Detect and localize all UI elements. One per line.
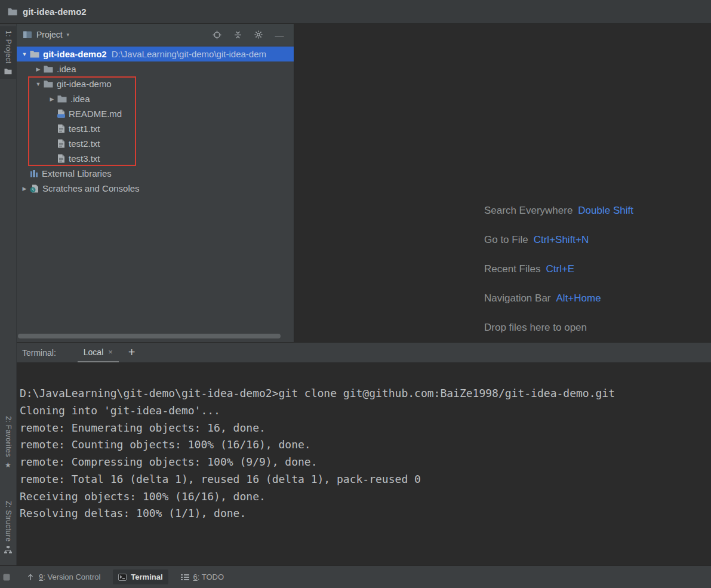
project-tool-window: Project ▾ — ▼ git-idea-demo2 D:\JavaLear…	[17, 24, 294, 342]
horizontal-scrollbar[interactable]	[18, 334, 281, 338]
tree-item-nested-idea-folder[interactable]: ▶ .idea	[17, 91, 294, 106]
shortcut-search-everywhere: Search Everywhere Double Shift	[484, 196, 633, 225]
project-panel-title[interactable]: Project	[36, 30, 63, 39]
status-bar: 9: Version Control Terminal 6: TODO	[0, 565, 711, 588]
chevron-right-icon[interactable]: ▶	[19, 186, 30, 192]
terminal-prompt-line: D:\JavaLearning\git-demo\git-idea-demo2>	[20, 540, 711, 557]
tree-item-project-root[interactable]: ▼ git-idea-demo2 D:\JavaLearning\git-dem…	[17, 47, 294, 61]
todo-button[interactable]: 6: TODO	[176, 569, 230, 584]
settings-gear-icon[interactable]	[250, 26, 267, 43]
chevron-right-icon[interactable]: ▶	[47, 96, 57, 102]
star-icon: ★	[5, 461, 11, 469]
text-file-icon	[57, 124, 65, 133]
structure-icon	[4, 546, 12, 553]
tree-item-label: test2.txt	[69, 138, 100, 149]
chevron-down-icon[interactable]: ▼	[33, 81, 44, 87]
shortcut-keys: Ctrl+E	[546, 263, 574, 275]
shortcut-label: Go to File	[484, 234, 528, 246]
version-control-icon	[26, 573, 35, 581]
terminal-output-line: remote: Compressing objects: 100% (9/9),…	[20, 454, 711, 471]
shortcut-recent-files: Recent Files Ctrl+E	[484, 254, 633, 284]
tree-item-label: git-idea-demo2	[43, 49, 107, 59]
stripe-button-favorites[interactable]: 2: Favorites ★	[0, 412, 16, 473]
terminal-console[interactable]: D:\JavaLearning\git-demo\git-idea-demo2>…	[17, 362, 711, 565]
stripe-favorites-label: 2: Favorites	[4, 416, 13, 457]
tree-item-label: .idea	[57, 64, 76, 74]
terminal-icon	[118, 574, 127, 581]
stripe-button-project[interactable]: 1: Project	[0, 26, 16, 79]
project-tree: ▼ git-idea-demo2 D:\JavaLearning\git-dem…	[17, 45, 294, 196]
terminal-output-line: remote: Counting objects: 100% (16/16), …	[20, 436, 711, 454]
shortcut-label: Navigation Bar	[484, 293, 551, 304]
tree-item-label: .idea	[70, 94, 90, 104]
terminal-panel-label: Terminal:	[22, 348, 56, 358]
tree-item-git-idea-demo[interactable]: ▼ git-idea-demo	[17, 76, 294, 91]
shortcut-label: Recent Files	[484, 263, 540, 275]
terminal-tab-bar: Terminal: Local × +	[17, 342, 711, 362]
locate-file-icon[interactable]	[208, 26, 225, 43]
shortcut-label: Drop files here to open	[484, 322, 587, 334]
window-title: git-idea-demo2	[23, 7, 87, 17]
terminal-output-line: Receiving objects: 100% (16/16), done.	[20, 488, 711, 506]
close-tab-icon[interactable]: ×	[108, 347, 113, 356]
project-tool-icon	[4, 68, 12, 75]
stripe-structure-label: Z: Structure	[4, 501, 13, 542]
terminal-output-line: Resolving deltas: 100% (1/1), done.	[20, 505, 711, 522]
terminal-output-line: remote: Enumerating objects: 16, done.	[20, 420, 711, 437]
collapse-all-icon[interactable]	[229, 26, 246, 43]
tree-item-test3[interactable]: test3.txt	[17, 151, 294, 166]
tree-item-label: External Libraries	[42, 168, 112, 178]
terminal-button-label: Terminal	[131, 572, 162, 581]
folder-icon	[44, 65, 53, 73]
markdown-file-icon	[57, 109, 65, 118]
shortcut-keys: Ctrl+Shift+N	[534, 234, 589, 246]
tree-item-label: README.md	[69, 109, 122, 119]
tool-window-stripe-left: 1: Project 2: Favorites ★ Z: Structure	[0, 24, 17, 565]
text-file-icon	[57, 139, 65, 148]
tree-item-label: test1.txt	[69, 124, 100, 134]
todo-list-icon	[181, 574, 189, 581]
hide-panel-icon[interactable]: —	[271, 26, 288, 43]
tree-item-external-libraries[interactable]: External Libraries	[17, 166, 294, 181]
tree-item-readme[interactable]: README.md	[17, 106, 294, 121]
shortcut-drop-files: Drop files here to open	[484, 313, 633, 342]
shortcut-keys: Alt+Home	[556, 293, 601, 304]
shortcut-label: Search Everywhere	[484, 205, 573, 217]
stripe-button-structure[interactable]: Z: Structure	[0, 497, 16, 558]
external-libraries-icon	[30, 170, 38, 178]
terminal-button[interactable]: Terminal	[113, 569, 168, 584]
tool-window-switcher-icon[interactable]	[3, 574, 10, 581]
tree-item-label: test3.txt	[69, 153, 100, 164]
editor-shortcuts-overlay: Search Everywhere Double Shift Go to Fil…	[484, 196, 633, 342]
project-view-icon	[23, 30, 32, 39]
version-control-button[interactable]: 9: Version Control	[21, 569, 106, 584]
tree-item-label: Scratches and Consoles	[42, 183, 140, 193]
folder-icon	[57, 95, 67, 103]
folder-icon	[30, 50, 39, 58]
terminal-tab-title: Local	[84, 347, 103, 357]
tree-item-test2[interactable]: test2.txt	[17, 136, 294, 151]
terminal-output-line: D:\JavaLearning\git-demo\git-idea-demo2>…	[20, 385, 711, 402]
terminal-blank-line	[20, 522, 711, 540]
tree-item-label: git-idea-demo	[57, 79, 112, 89]
tree-item-idea-folder[interactable]: ▶ .idea	[17, 61, 294, 76]
terminal-output-line: Cloning into 'git-idea-demo'...	[20, 402, 711, 420]
shortcut-go-to-file: Go to File Ctrl+Shift+N	[484, 225, 633, 254]
project-panel-header: Project ▾ —	[17, 24, 294, 45]
chevron-down-icon[interactable]: ▼	[19, 51, 30, 57]
shortcut-navigation-bar: Navigation Bar Alt+Home	[484, 284, 633, 313]
todo-button-label: 6: TODO	[193, 572, 224, 581]
new-terminal-session-button[interactable]: +	[128, 346, 136, 359]
project-folder-icon	[8, 8, 17, 16]
tree-item-scratches[interactable]: ▶ Scratches and Consoles	[17, 181, 294, 196]
editor-area: Search Everywhere Double Shift Go to Fil…	[294, 24, 711, 342]
text-file-icon	[57, 154, 65, 163]
chevron-down-icon[interactable]: ▾	[67, 32, 70, 38]
terminal-tab-local[interactable]: Local ×	[78, 343, 119, 362]
shortcut-keys: Double Shift	[578, 205, 633, 217]
tree-item-test1[interactable]: test1.txt	[17, 121, 294, 136]
terminal-output-line: remote: Total 16 (delta 1), reused 16 (d…	[20, 471, 711, 488]
chevron-right-icon[interactable]: ▶	[33, 66, 44, 72]
window-titlebar: git-idea-demo2	[0, 0, 711, 24]
folder-icon	[44, 80, 53, 88]
